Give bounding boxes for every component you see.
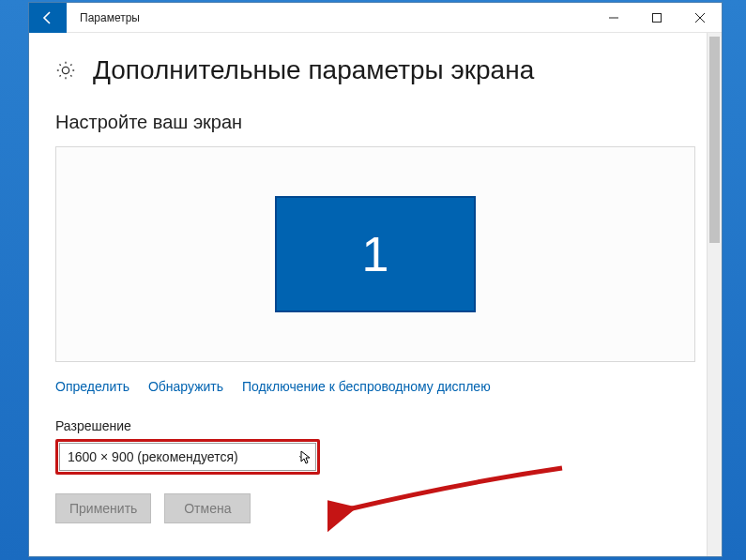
back-button[interactable] [29,3,67,33]
minimize-button[interactable] [592,3,635,33]
apply-button[interactable]: Применить [55,493,151,523]
minimize-icon [609,13,618,23]
gear-icon [55,60,76,81]
resolution-label: Разрешение [55,418,695,433]
vertical-scrollbar[interactable] [707,33,722,556]
chevron-down-icon [298,451,308,462]
monitor-1[interactable]: 1 [275,196,476,312]
section-title: Настройте ваш экран [55,112,695,133]
wireless-display-link[interactable]: Подключение к беспроводному дисплею [242,379,491,394]
svg-rect-0 [653,13,662,22]
content-area: Дополнительные параметры экрана Настройт… [29,33,722,556]
maximize-icon [652,13,662,23]
monitor-number: 1 [362,226,389,282]
display-arrangement-area[interactable]: 1 [55,146,695,362]
page-heading: Дополнительные параметры экрана [55,55,695,85]
close-button[interactable] [678,3,722,33]
resolution-highlight: 1600 × 900 (рекомендуется) [55,439,320,475]
settings-window: Параметры Дополнительные параметры экран… [28,2,723,557]
scrollbar-thumb[interactable] [709,37,720,243]
cancel-button[interactable]: Отмена [164,493,251,523]
action-buttons: Применить Отмена [55,493,695,523]
detect-link[interactable]: Обнаружить [148,379,223,394]
resolution-value: 1600 × 900 (рекомендуется) [68,449,238,464]
arrow-left-icon [40,10,55,25]
display-links: Определить Обнаружить Подключение к бесп… [55,379,695,394]
resolution-dropdown[interactable]: 1600 × 900 (рекомендуется) [59,443,316,471]
page-title: Дополнительные параметры экрана [93,55,534,85]
close-icon [695,13,705,23]
identify-link[interactable]: Определить [55,379,129,394]
window-title: Параметры [67,11,140,24]
titlebar: Параметры [29,3,722,33]
maximize-button[interactable] [635,3,678,33]
